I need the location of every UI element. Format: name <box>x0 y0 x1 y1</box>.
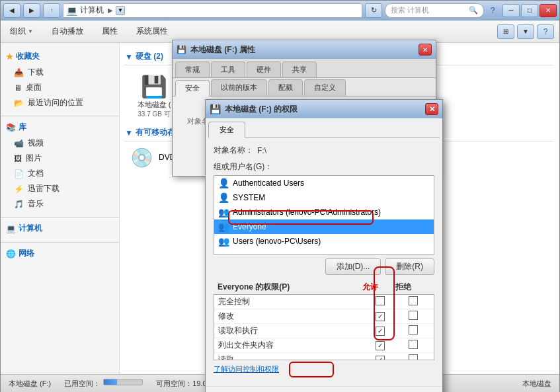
sidebar-item-docs[interactable]: 📄 文档 <box>1 166 119 181</box>
access-control-link-row: 了解访问控制和权限 <box>214 364 434 374</box>
perm-row-fullcontrol: 完全控制 <box>214 295 434 309</box>
local-disk-size: 33.7 GB 可 <box>138 110 170 119</box>
toolbar-organize[interactable]: 组织 ▼ <box>6 24 37 39</box>
sidebar-item-video[interactable]: 📹 视频 <box>1 136 119 151</box>
perm-row-readexecute: 读取和执行 <box>214 324 434 338</box>
up-button[interactable]: ↑ <box>43 3 60 18</box>
perm-listfolder-deny-checkbox[interactable] <box>409 340 418 349</box>
permissions-close-btn[interactable]: ✕ <box>425 103 438 115</box>
pictures-label: 图片 <box>26 153 42 164</box>
view-mode-btn[interactable]: ⊞ <box>497 24 514 39</box>
tab-general[interactable]: 常规 <box>175 61 210 77</box>
perm-row-read: 读取 <box>214 353 434 360</box>
tab-sharing[interactable]: 共享 <box>282 61 317 77</box>
address-text: 计算机 <box>80 5 104 16</box>
expand-icon-removable: ▼ <box>125 128 133 137</box>
perm-modify-deny[interactable] <box>397 311 430 322</box>
toolbar-autoplay[interactable]: 自动播放 <box>48 24 87 39</box>
user-action-buttons: 添加(D)... 删除(R) <box>214 258 434 275</box>
minimize-button[interactable]: ─ <box>502 4 520 17</box>
title-bar: ◀ ▶ ↑ 💻 计算机 ▶ ▼ ↻ 搜索 计算机 🔍 ? ─ □ ✕ <box>1 1 559 20</box>
tab-previous-versions[interactable]: 以前的版本 <box>211 79 267 96</box>
toolbar-properties[interactable]: 属性 <box>98 24 122 39</box>
expand-icon: ▼ <box>125 52 133 61</box>
permissions-title-bar: 💾 本地磁盘 (F:) 的权限 ✕ <box>206 100 442 118</box>
computer-icon: 💻 <box>6 224 16 233</box>
tab-security[interactable]: 安全 <box>175 80 210 97</box>
user-list[interactable]: 👤 Authenticated Users 👤 SYSTEM 👥 Adminis… <box>214 175 434 255</box>
music-label: 音乐 <box>28 198 44 210</box>
tab-hardware[interactable]: 硬件 <box>247 61 281 77</box>
sidebar-computer-header[interactable]: 💻 计算机 <box>1 220 119 237</box>
perm-listfolder-allow[interactable] <box>364 340 397 350</box>
perm-readexecute-allow-checkbox[interactable] <box>376 327 385 336</box>
address-dropdown[interactable]: ▼ <box>116 6 125 15</box>
perm-rows-container: 完全控制 修改 读取和执行 <box>214 294 434 360</box>
user-authenticated[interactable]: 👤 Authenticated Users <box>214 176 434 190</box>
perm-readexecute-deny-checkbox[interactable] <box>409 325 418 334</box>
perm-modify-deny-checkbox[interactable] <box>409 311 418 320</box>
permissions-tab-bar: 安全 <box>206 118 442 138</box>
perm-listfolder-deny[interactable] <box>397 340 430 351</box>
sidebar-item-desktop[interactable]: 🖥 桌面 <box>1 80 119 95</box>
perm-read-deny-checkbox[interactable] <box>409 354 418 360</box>
view-toggle-btn[interactable]: ▼ <box>517 24 534 39</box>
sidebar-item-xunlei[interactable]: ⚡ 迅雷下载 <box>1 181 119 196</box>
perm-read-allow-checkbox[interactable] <box>376 356 385 360</box>
perm-table-header: Everyone 的权限(P) 允许 拒绝 <box>214 280 434 294</box>
tab-customize[interactable]: 自定义 <box>304 79 346 96</box>
remove-user-btn[interactable]: 删除(R) <box>385 258 434 275</box>
perm-security-tab[interactable]: 安全 <box>208 122 245 138</box>
perm-read-deny[interactable] <box>397 354 430 360</box>
perm-fullcontrol-deny-checkbox[interactable] <box>409 296 418 305</box>
local-disk-label: 本地磁盘 ( <box>138 100 171 110</box>
library-icon: 📚 <box>6 123 16 132</box>
search-icon: 🔍 <box>469 6 478 15</box>
user-administrators[interactable]: 👥 Administrators (lenovo-PC\Administrato… <box>214 205 434 219</box>
sidebar-item-recent[interactable]: 📂 最近访问的位置 <box>1 95 119 110</box>
recent-label: 最近访问的位置 <box>28 97 83 108</box>
sidebar-item-download[interactable]: 📥 下载 <box>1 65 119 80</box>
user-everyone[interactable]: 👥 Everyone <box>214 219 434 234</box>
help-toolbar-btn[interactable]: ? <box>537 24 554 39</box>
close-button[interactable]: ✕ <box>540 4 557 17</box>
perm-readexecute-name: 读取和执行 <box>218 325 364 336</box>
user-users[interactable]: 👥 Users (lenovo-PC\Users) <box>214 234 434 249</box>
perm-modify-allow-checkbox[interactable] <box>376 312 385 321</box>
perm-fullcontrol-allow[interactable] <box>364 296 397 307</box>
toolbar-system-props[interactable]: 系统属性 <box>132 24 172 39</box>
tab-tools[interactable]: 工具 <box>211 61 245 77</box>
recent-icon: 📂 <box>14 98 24 108</box>
tab-quota[interactable]: 配额 <box>268 79 303 96</box>
perm-read-allow[interactable] <box>364 355 397 360</box>
properties-close-btn[interactable]: ✕ <box>419 44 432 56</box>
refresh-button[interactable]: ↻ <box>365 3 382 18</box>
access-control-link[interactable]: 了解访问控制和权限 <box>214 365 279 373</box>
sidebar-item-pictures[interactable]: 🖼 图片 <box>1 151 119 166</box>
perm-disk-icon: 💾 <box>210 104 221 114</box>
search-bar[interactable]: 搜索 计算机 🔍 <box>385 3 484 18</box>
sidebar-library-header[interactable]: 📚 库 <box>1 119 119 136</box>
perm-listfolder-allow-checkbox[interactable] <box>376 341 385 350</box>
back-button[interactable]: ◀ <box>3 3 20 18</box>
user-users-icon: 👥 <box>218 236 229 247</box>
xunlei-icon: ⚡ <box>14 184 24 194</box>
properties-title: 💾 本地磁盘 (F:) 属性 <box>177 44 255 56</box>
forward-button[interactable]: ▶ <box>23 3 40 18</box>
address-bar[interactable]: 💻 计算机 ▶ ▼ <box>63 3 362 18</box>
help-button[interactable]: ? <box>484 4 501 17</box>
perm-readexecute-deny[interactable] <box>397 325 430 336</box>
sidebar-item-music[interactable]: 🎵 音乐 <box>1 196 119 212</box>
perm-modify-allow[interactable] <box>364 311 397 321</box>
maximize-button[interactable]: □ <box>521 4 538 17</box>
perm-readexecute-allow[interactable] <box>364 326 397 336</box>
perm-fullcontrol-allow-checkbox[interactable] <box>376 296 385 305</box>
add-user-btn[interactable]: 添加(D)... <box>325 258 381 275</box>
perm-fullcontrol-deny[interactable] <box>397 296 430 307</box>
sidebar-network-header[interactable]: 🌐 网络 <box>1 245 119 262</box>
library-label: 库 <box>19 122 26 133</box>
user-system[interactable]: 👤 SYSTEM <box>214 190 434 205</box>
perm-row-modify: 修改 <box>214 309 434 324</box>
xunlei-label: 迅雷下载 <box>28 183 60 194</box>
sidebar-favorites-header[interactable]: ★ 收藏夹 <box>1 48 119 65</box>
